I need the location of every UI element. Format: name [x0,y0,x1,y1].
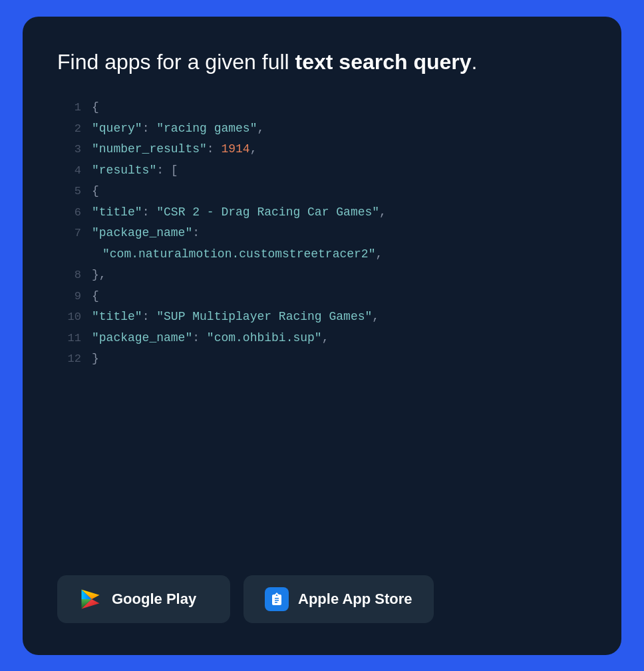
google-play-label: Google Play [112,591,196,608]
code-line: 7"package_name": [57,223,587,244]
code-line: 4"results": [ [57,160,587,182]
google-play-button[interactable]: Google Play [57,575,230,623]
headline-suffix: . [472,50,478,74]
buttons-row: Google Play Apple App Store [57,559,587,623]
code-line: "com.naturalmotion.customstreetracer2", [57,244,587,265]
line-content: "package_name": [92,223,200,244]
line-content: } [92,348,99,370]
line-number: 2 [57,119,81,139]
line-number: 10 [57,307,81,327]
line-content: "com.naturalmotion.customstreetracer2", [102,244,383,265]
line-content: { [92,97,99,118]
code-line: 10"title": "SUP Multiplayer Racing Games… [57,307,587,328]
line-content: "query": "racing games", [92,118,264,140]
code-block: 1{2"query": "racing games",3"number_resu… [57,97,587,559]
line-number: 8 [57,265,81,285]
line-number: 4 [57,161,81,181]
headline-prefix: Find apps for a given full [57,50,295,74]
line-content: "package_name": "com.ohbibi.sup", [92,328,329,349]
code-line: 1{ [57,97,587,118]
code-line: 9{ [57,286,587,307]
line-number: 12 [57,349,81,369]
line-content: "title": "SUP Multiplayer Racing Games", [92,307,379,328]
code-line: 3"number_results": 1914, [57,139,587,160]
line-content: "number_results": 1914, [92,139,257,160]
code-line: 8}, [57,265,587,286]
line-content: "title": "CSR 2 - Drag Racing Car Games"… [92,202,387,223]
line-content: "results": [ [92,160,178,182]
google-play-icon [79,587,102,611]
line-number: 1 [57,98,81,118]
apple-icon [265,587,289,611]
line-content: { [92,181,99,202]
code-line: 12} [57,348,587,370]
line-content: }, [92,265,106,286]
main-card: Find apps for a given full text search q… [23,17,621,655]
line-number: 5 [57,182,81,201]
code-line: 11"package_name": "com.ohbibi.sup", [57,328,587,349]
code-line: 2"query": "racing games", [57,118,587,140]
headline: Find apps for a given full text search q… [57,49,587,76]
line-content: { [92,286,99,307]
code-line: 5{ [57,181,587,202]
code-line: 6"title": "CSR 2 - Drag Racing Car Games… [57,202,587,223]
line-number: 9 [57,287,81,307]
line-number: 6 [57,203,81,223]
apple-app-store-button[interactable]: Apple App Store [243,575,434,623]
apple-app-store-label: Apple App Store [298,591,412,608]
line-number: 11 [57,329,81,348]
line-number: 3 [57,140,81,160]
headline-bold: text search query [295,50,472,74]
line-number: 7 [57,223,81,243]
